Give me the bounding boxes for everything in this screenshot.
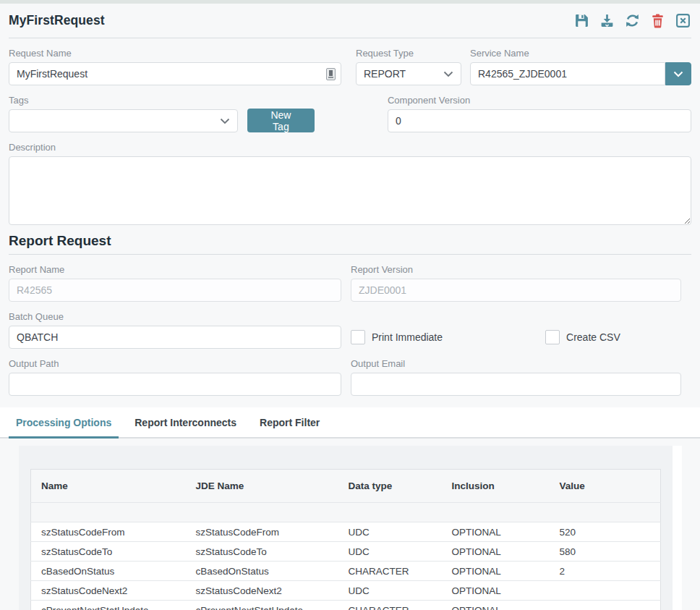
table-spacer-row	[31, 503, 661, 522]
cell-data-type: UDC	[338, 522, 442, 542]
request-type-label: Request Type	[356, 48, 461, 59]
section-title-report-request: Report Request	[0, 233, 700, 249]
trash-icon	[650, 13, 665, 28]
cell-inclusion: OPTIONAL	[442, 522, 550, 542]
header-actions	[573, 12, 691, 29]
save-icon	[574, 13, 589, 28]
column-header-jde-name: JDE Name	[186, 470, 338, 503]
cell-name: cPreventNextStatUpdate	[31, 601, 186, 610]
vertical-scrollbar[interactable]	[673, 446, 682, 610]
service-name-dropdown-button[interactable]	[665, 62, 691, 85]
batch-queue-label: Batch Queue	[9, 311, 341, 322]
refresh-icon	[625, 13, 640, 28]
tab-report-interconnects[interactable]: Report Interconnects	[127, 407, 244, 439]
cell-name: szStatusCodeTo	[31, 542, 186, 562]
close-button[interactable]	[675, 12, 691, 29]
refresh-button[interactable]	[624, 12, 641, 29]
new-tag-button[interactable]: New Tag	[247, 109, 315, 132]
processing-options-panel: Name JDE Name Data type Inclusion Value …	[19, 446, 673, 610]
cell-jde-name: szStatusCodeTo	[186, 542, 338, 562]
print-immediate-checkbox[interactable]	[351, 330, 365, 344]
page-title: MyFirstRequest	[9, 13, 105, 28]
output-email-label: Output Email	[351, 358, 681, 369]
request-name-input[interactable]	[9, 62, 341, 85]
column-header-inclusion: Inclusion	[442, 470, 550, 503]
cell-jde-name: szStatusCodeNext2	[186, 581, 338, 601]
print-immediate-label: Print Immediate	[372, 331, 443, 343]
record-header: MyFirstRequest	[0, 4, 700, 38]
request-type-select[interactable]: REPORT	[356, 62, 461, 85]
cell-value: 580	[550, 542, 661, 562]
column-header-value: Value	[550, 470, 661, 503]
cell-jde-name: cBasedOnStatus	[186, 562, 338, 581]
report-name-label: Report Name	[9, 264, 341, 275]
table-row[interactable]: cBasedOnStatus cBasedOnStatus CHARACTER …	[31, 562, 661, 581]
output-path-label: Output Path	[9, 358, 341, 369]
cell-inclusion: OPTIONAL	[442, 581, 550, 601]
cell-inclusion: OPTIONAL	[442, 542, 550, 562]
download-icon	[599, 13, 615, 28]
chevron-down-icon	[220, 118, 230, 124]
create-csv-checkbox[interactable]	[545, 330, 560, 344]
cell-data-type: CHARACTER	[338, 562, 442, 581]
save-button[interactable]	[573, 12, 590, 29]
cell-inclusion: OPTIONAL	[442, 601, 550, 610]
create-csv-label: Create CSV	[566, 331, 620, 343]
cell-value: 520	[550, 522, 661, 542]
component-version-label: Component Version	[388, 95, 691, 106]
report-version-input	[351, 279, 681, 302]
section-divider	[9, 254, 691, 255]
table-row[interactable]: szStatusCodeTo szStatusCodeTo UDC OPTION…	[31, 542, 661, 562]
batch-queue-input[interactable]	[9, 326, 341, 349]
download-button[interactable]	[599, 12, 615, 29]
request-name-label: Request Name	[9, 48, 341, 59]
cell-data-type: UDC	[338, 581, 442, 601]
tab-bar: Processing Options Report Interconnects …	[0, 407, 700, 439]
cell-jde-name: cPreventNextStatUpdate	[186, 601, 338, 610]
component-version-input[interactable]	[388, 109, 691, 132]
report-version-label: Report Version	[351, 264, 681, 275]
tags-label: Tags	[9, 95, 238, 106]
output-email-input[interactable]	[351, 373, 681, 396]
cell-data-type: UDC	[338, 542, 442, 562]
header-divider	[9, 38, 691, 38]
cell-data-type: CHARACTER	[338, 601, 442, 610]
service-name-label: Service Name	[470, 48, 691, 59]
cell-jde-name: szStatusCodeFrom	[186, 522, 338, 542]
cell-value: 2	[550, 562, 661, 581]
table-header-row: Name JDE Name Data type Inclusion Value	[31, 470, 661, 503]
request-type-value: REPORT	[364, 68, 406, 80]
tab-processing-options[interactable]: Processing Options	[9, 407, 119, 439]
service-name-input[interactable]	[470, 62, 665, 85]
chevron-down-icon	[673, 71, 683, 77]
chevron-down-icon	[443, 71, 453, 77]
column-header-data-type: Data type	[338, 470, 442, 503]
processing-options-table: Name JDE Name Data type Inclusion Value …	[30, 469, 661, 610]
description-textarea[interactable]	[9, 156, 691, 225]
tab-report-filter[interactable]: Report Filter	[252, 407, 327, 439]
close-icon	[675, 13, 691, 28]
table-row[interactable]: cPreventNextStatUpdate cPreventNextStatU…	[31, 601, 661, 610]
cell-value	[550, 581, 661, 601]
cell-name: szStatusCodeNext2	[31, 581, 186, 601]
tags-select[interactable]	[9, 109, 238, 132]
cell-name: szStatusCodeFrom	[31, 522, 186, 542]
description-label: Description	[9, 142, 691, 153]
cell-inclusion: OPTIONAL	[442, 562, 550, 581]
cell-name: cBasedOnStatus	[31, 562, 186, 581]
delete-button[interactable]	[649, 12, 666, 29]
text-edit-icon	[326, 68, 336, 80]
cell-value	[550, 601, 661, 610]
table-row[interactable]: szStatusCodeNext2 szStatusCodeNext2 UDC …	[31, 581, 661, 601]
table-row[interactable]: szStatusCodeFrom szStatusCodeFrom UDC OP…	[31, 522, 661, 542]
output-path-input[interactable]	[9, 373, 341, 396]
column-header-name: Name	[31, 470, 186, 503]
report-name-input	[9, 279, 341, 302]
